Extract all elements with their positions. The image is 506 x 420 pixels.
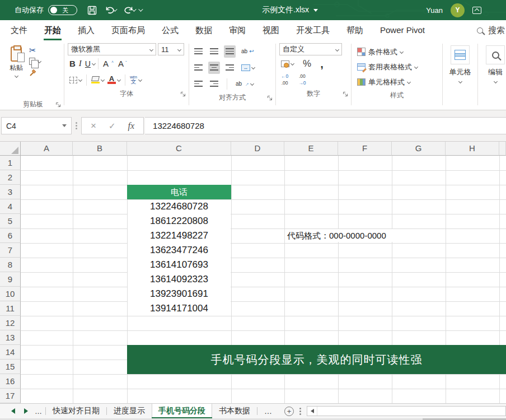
column-header-partial[interactable] [499,142,506,156]
underline-button[interactable]: U [83,58,92,70]
autosave-toggle[interactable]: 关 [48,5,77,15]
title-dropdown-icon[interactable] [313,9,318,12]
name-box-dropdown-icon[interactable] [62,124,67,127]
accounting-dropdown-icon[interactable] [291,62,294,66]
align-middle-button[interactable] [208,45,220,58]
add-sheet-button[interactable]: + [284,407,294,416]
column-header-A[interactable]: A [21,142,73,156]
borders-dropdown-icon[interactable] [78,78,82,82]
insert-function-icon[interactable]: fx [128,121,135,131]
copy-button[interactable] [29,58,41,65]
cell-C6[interactable]: 13221498227 [127,228,231,243]
align-top-button[interactable] [193,45,204,58]
sheet-overflow-indicator[interactable]: … [35,404,45,418]
cell-C11[interactable]: 13914171004 [127,301,231,316]
sheet-tab-…[interactable]: … [257,404,279,418]
sheet-tab-快速对齐日期[interactable]: 快速对齐日期 [46,404,106,418]
row-header-6[interactable]: 6 [0,228,21,243]
column-header-B[interactable]: B [73,142,127,156]
comma-style-button[interactable]: , [318,58,325,70]
accounting-format-button[interactable] [279,58,296,70]
sheet-tab-手机号码分段[interactable]: 手机号码分段 [152,404,212,418]
font-size-select[interactable]: 11 [158,43,184,55]
row-header-14[interactable]: 14 [0,345,21,360]
ribbon-tab-页面布局[interactable]: 页面布局 [103,20,153,40]
increase-decimal-button[interactable]: ←0.00 [279,74,290,86]
cell-C7[interactable]: 13623477246 [127,243,231,258]
row-header-4[interactable]: 4 [0,199,21,214]
italic-button[interactable]: I [77,58,83,70]
column-header-D[interactable]: D [231,142,284,156]
number-format-select[interactable]: 自定义 [279,43,342,55]
ribbon-display-options-icon[interactable] [472,7,481,14]
previous-sheet-icon[interactable] [11,408,15,414]
font-color-dropdown-icon[interactable] [117,78,121,82]
ribbon-tab-公式[interactable]: 公式 [153,20,187,40]
decrease-indent-button[interactable] [193,78,204,90]
number-dialog-launcher-icon[interactable] [343,91,348,97]
row-header-8[interactable]: 8 [0,258,21,272]
row-header-12[interactable]: 12 [0,316,21,330]
avatar[interactable]: Y [451,3,465,17]
paste-dropdown-icon[interactable] [14,74,18,78]
ribbon-tab-插入[interactable]: 插入 [69,20,103,40]
row-header-13[interactable]: 13 [0,330,21,345]
formula-input[interactable]: 13224680728 [145,117,506,134]
cells-dropdown-icon[interactable] [458,80,462,83]
phonetic-guide-button[interactable]: wén文 [128,74,143,86]
ribbon-tab-开始[interactable]: 开始 [36,20,69,40]
ribbon-tab-开发工具[interactable]: 开发工具 [288,20,338,40]
paste-button[interactable]: 粘贴 [3,42,29,99]
row-header-2[interactable]: 2 [0,170,21,185]
format-painter-icon[interactable] [29,68,38,76]
ribbon-tab-视图[interactable]: 视图 [254,20,288,40]
enter-icon[interactable]: ✓ [109,121,116,131]
wrap-text-button[interactable]: ab↩ [240,45,256,58]
align-left-button[interactable] [193,62,204,74]
select-all-corner[interactable] [0,142,21,156]
clipboard-dialog-launcher-icon[interactable] [55,102,61,108]
column-header-C[interactable]: C [127,142,231,156]
save-icon[interactable] [87,6,97,15]
autosave-control[interactable]: 自动保存 关 [15,5,77,15]
alignment-dialog-launcher-icon[interactable] [267,95,273,101]
ribbon-tab-Power Pivot[interactable]: Power Pivot [372,20,433,40]
sheet-tab-书本数据[interactable]: 书本数据 [212,404,257,418]
fill-color-button[interactable] [90,74,106,86]
font-color-button[interactable]: A [106,74,122,86]
align-center-button[interactable] [208,62,220,74]
cut-icon[interactable]: ✂ [29,46,41,54]
row-header-3[interactable]: 3 [0,185,21,199]
formula-bar-grip[interactable] [76,122,77,129]
cell-area[interactable]: 电话13224680728186122208081322149822713623… [21,156,506,403]
tab-scrollbar-grip[interactable] [299,408,301,415]
scroll-left-button[interactable] [307,407,317,416]
increase-font-size-button[interactable]: A＾ [101,58,116,70]
name-box[interactable]: C4 [1,117,72,134]
column-header-H[interactable]: H [446,142,499,156]
row-header-9[interactable]: 9 [0,272,21,287]
cell-C9[interactable]: 13614092323 [127,272,231,287]
fill-color-dropdown-icon[interactable] [101,78,105,82]
horizontal-scrollbar[interactable] [307,406,506,416]
phonetic-dropdown-icon[interactable] [138,78,142,82]
underline-dropdown-icon[interactable] [92,62,96,66]
editing-group-button[interactable]: 编辑 [479,42,506,110]
row-header-15[interactable]: 15 [0,360,21,374]
align-right-button[interactable] [224,62,236,74]
column-header-E[interactable]: E [284,142,338,156]
decrease-font-size-button[interactable]: Aˇ [116,58,129,70]
cell-styles-button[interactable]: 单元格样式 [355,74,440,90]
row-header-11[interactable]: 11 [0,301,21,316]
row-header-1[interactable]: 1 [0,156,21,170]
column-header-F[interactable]: F [338,142,392,156]
conditional-formatting-button[interactable]: 条件格式 [355,44,440,59]
cancel-icon[interactable]: × [91,120,96,132]
customize-qat-icon[interactable] [138,7,143,11]
percent-style-button[interactable]: % [301,58,313,70]
merge-dropdown-icon[interactable] [251,66,255,69]
next-sheet-icon[interactable] [24,408,28,414]
merge-center-button[interactable]: ↔ [240,62,256,74]
sheet-tab-进度显示[interactable]: 进度显示 [107,404,152,418]
orientation-button[interactable]: ab→ [234,78,255,90]
